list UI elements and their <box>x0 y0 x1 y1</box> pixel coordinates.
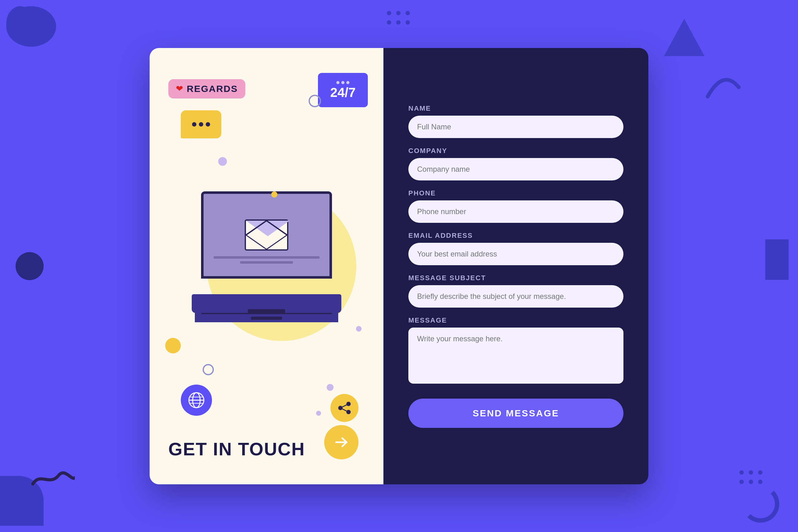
subject-input[interactable] <box>408 285 624 308</box>
svg-line-4 <box>267 221 287 235</box>
svg-line-6 <box>267 235 287 249</box>
name-input[interactable] <box>408 116 624 138</box>
company-field-group: COMPANY <box>408 147 624 180</box>
svg-line-16 <box>340 408 348 412</box>
envelope-body <box>245 220 288 251</box>
name-field-group: NAME <box>408 104 624 138</box>
bg-dots-top <box>387 11 411 26</box>
bg-circle-left <box>16 252 44 280</box>
main-card: ❤ REGARDS 24/7 <box>150 48 648 484</box>
bg-dots-right <box>739 470 764 485</box>
deco-circle-2 <box>218 157 227 166</box>
svg-point-1 <box>6 6 34 40</box>
bg-squiggle-bottom <box>31 469 75 488</box>
deco-circle-5 <box>271 191 278 197</box>
bg-shape-bottomright <box>742 485 779 522</box>
bg-swoosh-right <box>704 75 742 101</box>
screen-lines <box>213 256 320 264</box>
card-right-panel: NAME COMPANY PHONE EMAIL ADDRESS MESSAGE… <box>383 48 648 484</box>
send-message-button[interactable]: SEND MESSAGE <box>408 399 624 428</box>
arrow-button[interactable] <box>324 425 359 459</box>
keyboard-notch <box>248 309 285 313</box>
svg-marker-2 <box>664 19 704 56</box>
laptop-illustration <box>150 48 383 428</box>
card-left-panel: ❤ REGARDS 24/7 <box>150 48 383 484</box>
deco-circle-4 <box>327 384 334 391</box>
company-input[interactable] <box>408 158 624 180</box>
svg-line-3 <box>246 221 267 235</box>
phone-input[interactable] <box>408 201 624 223</box>
envelope <box>245 220 288 251</box>
deco-circle-7 <box>356 326 362 331</box>
deco-circle-6 <box>165 338 181 354</box>
bg-triangle-topright <box>664 19 704 57</box>
message-label: MESSAGE <box>408 316 624 324</box>
subject-field-group: MESSAGE SUBJECT <box>408 274 624 308</box>
deco-circle-3 <box>203 364 214 375</box>
phone-label: PHONE <box>408 189 624 197</box>
subject-label: MESSAGE SUBJECT <box>408 274 624 282</box>
svg-line-15 <box>340 404 348 408</box>
bg-rect-right <box>765 239 788 280</box>
message-textarea[interactable] <box>408 327 624 384</box>
message-field-group: MESSAGE <box>408 316 624 385</box>
laptop <box>179 191 354 322</box>
name-label: NAME <box>408 104 624 113</box>
svg-line-5 <box>246 235 267 249</box>
deco-circle-1 <box>309 95 321 107</box>
globe-icon <box>181 385 212 416</box>
laptop-keyboard <box>192 294 341 313</box>
screen-line-1 <box>213 256 320 259</box>
laptop-bottom <box>195 303 338 322</box>
share-icon <box>330 394 359 422</box>
bg-shape-bottomleft <box>0 476 44 526</box>
get-in-touch-text: GET IN TOUCH <box>168 438 305 459</box>
email-label: EMAIL ADDRESS <box>408 231 624 240</box>
svg-point-0 <box>6 6 56 47</box>
phone-field-group: PHONE <box>408 189 624 223</box>
deco-circle-8 <box>316 411 321 416</box>
bg-blob-topleft <box>6 6 56 47</box>
laptop-screen <box>201 191 332 279</box>
email-input[interactable] <box>408 243 624 265</box>
company-label: COMPANY <box>408 147 624 155</box>
screen-line-2 <box>240 261 293 264</box>
email-field-group: EMAIL ADDRESS <box>408 231 624 265</box>
